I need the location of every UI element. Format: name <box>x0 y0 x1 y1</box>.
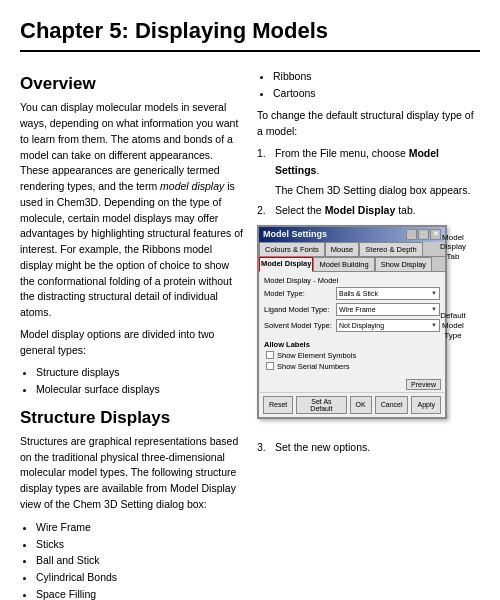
cancel-button[interactable]: Cancel <box>375 396 409 414</box>
list-item: Structure displays <box>36 364 243 381</box>
structure-displays-heading: Structure Displays <box>20 408 243 428</box>
overview-types-list: Structure displays Molecular surface dis… <box>36 364 243 398</box>
right-intro-text: To change the default structural display… <box>257 108 480 140</box>
solvent-model-type-row: Solvent Model Type: Not Displaying ▼ <box>264 319 440 332</box>
list-item: Cartoons <box>273 85 480 102</box>
structure-displays-list: Wire Frame Sticks Ball and Stick Cylindr… <box>36 519 243 600</box>
list-item: Space Filling <box>36 586 243 600</box>
show-element-symbols-checkbox[interactable] <box>266 351 274 359</box>
step-1-note: The Chem 3D Setting dialog box appears. <box>275 182 480 198</box>
steps-list: 1. From the File menu, choose Model Sett… <box>257 145 480 218</box>
show-element-symbols-label: Show Element Symbols <box>277 351 356 360</box>
ligand-model-type-row: Ligand Model Type: Wire Frame ▼ <box>264 303 440 316</box>
right-column: Ribbons Cartoons To change the default s… <box>257 64 480 600</box>
chapter-title: Chapter 5: Displaying Models <box>20 18 480 52</box>
dialog-tabs-row2: Model Display Model Building Show Displa… <box>259 257 445 272</box>
left-column: Overview You can display molecular model… <box>20 64 243 600</box>
annotations-area: ModelDisplayTab DefaultModelType <box>424 233 482 341</box>
apply-button[interactable]: Apply <box>411 396 441 414</box>
preview-area: Preview <box>259 377 445 392</box>
tab-model-display[interactable]: Model Display <box>259 257 313 272</box>
show-element-symbols-row: Show Element Symbols <box>266 351 440 360</box>
show-serial-numbers-label: Show Serial Numbers <box>277 362 350 371</box>
content-columns: Overview You can display molecular model… <box>20 64 480 600</box>
dialog-titlebar: Model Settings _ □ ✕ <box>259 227 445 242</box>
step-3-list: 3. Set the new options. <box>257 439 480 455</box>
overview-para2: Model display options are divided into t… <box>20 327 243 359</box>
page-container: Chapter 5: Displaying Models Overview Yo… <box>0 0 500 600</box>
list-item: Ribbons <box>273 68 480 85</box>
model-settings-dialog: Model Settings _ □ ✕ Colours & Fonts Mou… <box>257 225 447 419</box>
tab-model-building[interactable]: Model Building <box>313 257 374 271</box>
step-2: 2. Select the Model Display tab. <box>257 202 480 218</box>
dialog-body: Model Display - Model Model Type: Balls … <box>259 272 445 377</box>
dialog-footer: Reset Set As Default OK Cancel Apply <box>259 392 445 417</box>
dialog-wrapper: Model Settings _ □ ✕ Colours & Fonts Mou… <box>257 225 480 435</box>
list-item: Ball and Stick <box>36 552 243 569</box>
right-bullet-list: Ribbons Cartoons <box>273 68 480 102</box>
step-3: 3. Set the new options. <box>257 439 480 455</box>
list-item: Molecular surface displays <box>36 381 243 398</box>
dialog-title: Model Settings <box>263 229 327 239</box>
show-serial-numbers-checkbox[interactable] <box>266 362 274 370</box>
structure-displays-para: Structures are graphical representations… <box>20 434 243 513</box>
tab-colours-fonts[interactable]: Colours & Fonts <box>259 242 325 256</box>
minimize-button[interactable]: _ <box>406 229 417 240</box>
solvent-model-type-label: Solvent Model Type: <box>264 321 334 330</box>
set-as-default-button[interactable]: Set As Default <box>296 396 346 414</box>
step-1: 1. From the File menu, choose Model Sett… <box>257 145 480 178</box>
model-type-label: Model Type: <box>264 289 334 298</box>
show-serial-numbers-row: Show Serial Numbers <box>266 362 440 371</box>
model-display-label: Model Display - Model <box>264 276 440 285</box>
tab-mouse[interactable]: Mouse <box>325 242 360 256</box>
list-item: Cylindrical Bonds <box>36 569 243 586</box>
list-item: Sticks <box>36 536 243 553</box>
overview-para1: You can display molecular models in seve… <box>20 100 243 321</box>
overview-heading: Overview <box>20 74 243 94</box>
dialog-tabs: Colours & Fonts Mouse Stereo & Depth <box>259 242 445 257</box>
allow-labels-heading: Allow Labels <box>264 340 440 349</box>
tab-stereo-depth[interactable]: Stereo & Depth <box>359 242 422 256</box>
preview-button[interactable]: Preview <box>406 379 441 390</box>
list-item: Wire Frame <box>36 519 243 536</box>
reset-button[interactable]: Reset <box>263 396 293 414</box>
annotation-model-display-tab: ModelDisplayTab <box>424 233 482 262</box>
ok-button[interactable]: OK <box>350 396 372 414</box>
annotation-default-model-type: DefaultModelType <box>424 311 482 340</box>
ligand-model-type-label: Ligand Model Type: <box>264 305 334 314</box>
model-type-row: Model Type: Balls & Stick ▼ <box>264 287 440 300</box>
